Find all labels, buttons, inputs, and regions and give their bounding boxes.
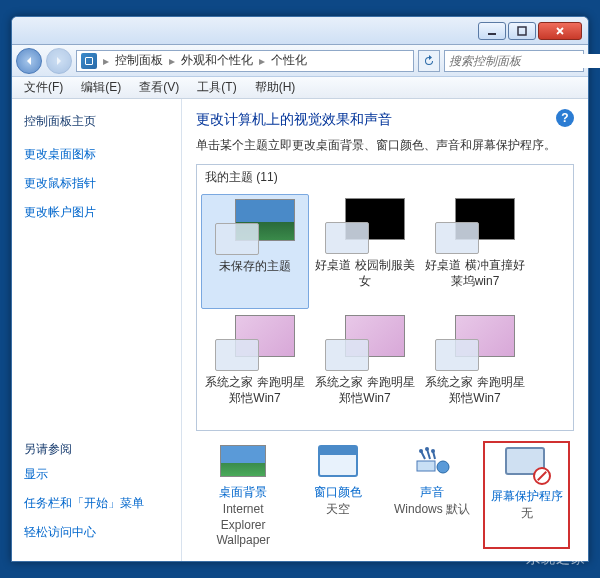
help-icon[interactable]: ? xyxy=(556,109,574,127)
theme-item[interactable]: 系统之家 奔跑明星郑恺Win7 xyxy=(421,311,529,425)
theme-item[interactable]: 系统之家 奔跑明星郑恺Win7 xyxy=(311,311,419,425)
breadcrumb-sep: ▸ xyxy=(103,54,109,68)
sidebar-seealso: 另请参阅 xyxy=(24,441,169,458)
sidebar-link-taskbar[interactable]: 任务栏和「开始」菜单 xyxy=(24,495,169,512)
menu-file[interactable]: 文件(F) xyxy=(16,77,71,98)
maximize-button[interactable] xyxy=(508,22,536,40)
sidebar-link-display[interactable]: 显示 xyxy=(24,466,169,483)
svg-rect-1 xyxy=(518,27,526,35)
svg-point-5 xyxy=(425,447,429,451)
sidebar: 控制面板主页 更改桌面图标 更改鼠标指针 更改帐户图片 另请参阅 显示 任务栏和… xyxy=(12,99,182,561)
option-window-color[interactable]: 窗口颜色 天空 xyxy=(294,441,380,549)
breadcrumb-root[interactable]: 控制面板 xyxy=(115,52,163,69)
options-row: 桌面背景 Internet Explorer Wallpaper 窗口颜色 天空… xyxy=(196,431,574,553)
window: ▸ 控制面板 ▸ 外观和个性化 ▸ 个性化 文件(F) 编辑(E) 查看(V) … xyxy=(11,16,589,562)
theme-label: 系统之家 奔跑明星郑恺Win7 xyxy=(423,375,527,406)
navbar: ▸ 控制面板 ▸ 外观和个性化 ▸ 个性化 xyxy=(12,45,588,77)
desktop-bg-icon xyxy=(219,441,267,481)
forward-button[interactable] xyxy=(46,48,72,74)
theme-label: 系统之家 奔跑明星郑恺Win7 xyxy=(203,375,307,406)
theme-item[interactable]: 好桌道 校园制服美女 xyxy=(311,194,419,309)
theme-label: 未保存的主题 xyxy=(219,259,291,289)
theme-item[interactable]: 好桌道 横冲直撞好莱坞win7 xyxy=(421,194,529,309)
option-desktop-background[interactable]: 桌面背景 Internet Explorer Wallpaper xyxy=(200,441,286,549)
no-icon xyxy=(533,467,551,485)
sound-icon xyxy=(408,441,456,481)
svg-point-7 xyxy=(437,461,449,473)
svg-point-6 xyxy=(431,449,435,453)
sidebar-home[interactable]: 控制面板主页 xyxy=(24,113,169,130)
minimize-button[interactable] xyxy=(478,22,506,40)
address-bar[interactable]: ▸ 控制面板 ▸ 外观和个性化 ▸ 个性化 xyxy=(76,50,414,72)
menu-help[interactable]: 帮助(H) xyxy=(247,77,304,98)
control-panel-icon xyxy=(81,53,97,69)
theme-label: 好桌道 横冲直撞好莱坞win7 xyxy=(423,258,527,289)
svg-rect-0 xyxy=(488,33,496,35)
sidebar-link-icons[interactable]: 更改桌面图标 xyxy=(24,146,169,163)
search-input[interactable] xyxy=(449,54,600,68)
option-sound[interactable]: 声音 Windows 默认 xyxy=(389,441,475,549)
titlebar xyxy=(12,17,588,45)
svg-rect-3 xyxy=(417,461,435,471)
option-screensaver[interactable]: 屏幕保护程序 无 xyxy=(483,441,570,549)
menu-view[interactable]: 查看(V) xyxy=(131,77,187,98)
sidebar-link-account[interactable]: 更改帐户图片 xyxy=(24,204,169,221)
page-title: 更改计算机上的视觉效果和声音 xyxy=(196,111,574,129)
theme-item[interactable]: 系统之家 奔跑明星郑恺Win7 xyxy=(201,311,309,425)
content: ? 更改计算机上的视觉效果和声音 单击某个主题立即更改桌面背景、窗口颜色、声音和… xyxy=(182,99,588,561)
themes-panel: 我的主题 (11) 未保存的主题好桌道 校园制服美女好桌道 横冲直撞好莱坞win… xyxy=(196,164,574,431)
window-color-icon xyxy=(314,441,362,481)
sidebar-link-ease[interactable]: 轻松访问中心 xyxy=(24,524,169,541)
breadcrumb-leaf[interactable]: 个性化 xyxy=(271,52,307,69)
theme-item[interactable]: 未保存的主题 xyxy=(201,194,309,309)
menu-edit[interactable]: 编辑(E) xyxy=(73,77,129,98)
body: 控制面板主页 更改桌面图标 更改鼠标指针 更改帐户图片 另请参阅 显示 任务栏和… xyxy=(12,99,588,561)
menubar: 文件(F) 编辑(E) 查看(V) 工具(T) 帮助(H) xyxy=(12,77,588,99)
sidebar-link-mouse[interactable]: 更改鼠标指针 xyxy=(24,175,169,192)
breadcrumb-mid[interactable]: 外观和个性化 xyxy=(181,52,253,69)
search-box[interactable] xyxy=(444,50,584,72)
page-subtitle: 单击某个主题立即更改桌面背景、窗口颜色、声音和屏幕保护程序。 xyxy=(196,137,574,154)
themes-heading: 我的主题 (11) xyxy=(197,165,573,190)
theme-label: 系统之家 奔跑明星郑恺Win7 xyxy=(313,375,417,406)
menu-tools[interactable]: 工具(T) xyxy=(189,77,244,98)
back-button[interactable] xyxy=(16,48,42,74)
theme-label: 好桌道 校园制服美女 xyxy=(313,258,417,289)
svg-point-4 xyxy=(419,449,423,453)
themes-grid: 未保存的主题好桌道 校园制服美女好桌道 横冲直撞好莱坞win7系统之家 奔跑明星… xyxy=(197,190,573,430)
close-button[interactable] xyxy=(538,22,582,40)
refresh-button[interactable] xyxy=(418,50,440,72)
screensaver-icon xyxy=(503,445,551,485)
